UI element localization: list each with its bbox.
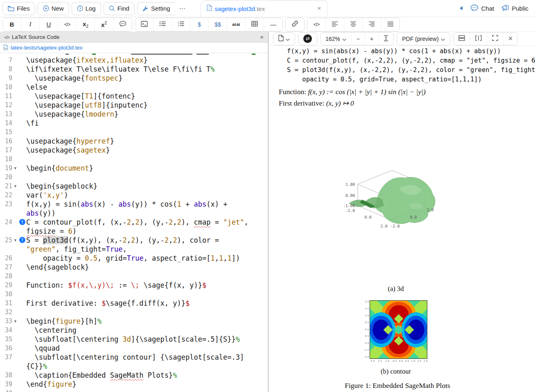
subscript-button[interactable]: x2 <box>77 18 95 31</box>
zoom-in-button[interactable]: + <box>365 33 379 45</box>
code-line[interactable]: 34 \centering <box>0 326 268 335</box>
split-cols-button[interactable] <box>470 33 487 45</box>
table-button[interactable] <box>246 18 264 31</box>
code-text[interactable]: \usepackage[T1]{fontenc} <box>26 92 254 101</box>
code-text[interactable]: \qquad <box>26 344 254 353</box>
code-line[interactable]: 30 <box>0 290 268 299</box>
code-line[interactable]: 40 <box>0 389 268 392</box>
code-text[interactable]: \if\ifxetex T\else\ifluatex T\else F\fi\… <box>26 65 254 74</box>
sync-button[interactable]: ⇄ <box>298 33 317 45</box>
code-line[interactable]: 33▼\begin{figure}[h]% <box>0 317 268 326</box>
code-line[interactable]: 26 opacity = 0.5, grid=True, aspect_rati… <box>0 254 268 263</box>
code-text[interactable] <box>26 272 254 281</box>
code-text[interactable]: \usepackage{sagetex} <box>26 146 254 155</box>
page-menu-button[interactable] <box>273 33 295 45</box>
code-text[interactable]: \usepackage{hyperref} <box>26 137 254 146</box>
close-icon[interactable]: × <box>260 34 264 41</box>
warning-badge-icon[interactable]: ! <box>19 219 25 225</box>
code-text[interactable]: \usepackage[utf8]{inputenc} <box>26 101 254 110</box>
code-line[interactable]: 17\usepackage{sagetex} <box>0 146 268 155</box>
code-line[interactable]: 19▼\begin{document} <box>0 164 268 173</box>
align-right-button[interactable] <box>363 18 381 31</box>
code-text[interactable]: \begin{sageblock} <box>26 182 254 191</box>
code-text[interactable]: var('x,y') <box>26 191 254 200</box>
inline-math-button[interactable]: $ <box>190 18 209 31</box>
code-block-button[interactable]: </> <box>307 18 326 31</box>
fold-arrow-icon[interactable]: ▼ <box>12 182 18 191</box>
code-line[interactable]: 15 <box>0 128 268 137</box>
code-line[interactable]: 10\else <box>0 83 268 92</box>
code-text[interactable]: \subfloat[\centering 3d]{\sageplot[scale… <box>26 335 254 344</box>
code-text[interactable] <box>26 389 254 392</box>
public-button[interactable]: Public <box>501 5 528 12</box>
italic-button[interactable]: I <box>21 18 40 31</box>
find-button[interactable]: Find <box>104 2 135 15</box>
horizontal-rule-button[interactable]: — <box>264 18 282 31</box>
underline-button[interactable]: U <box>40 18 58 31</box>
fold-arrow-icon[interactable]: ▼ <box>12 317 18 326</box>
split-rows-button[interactable] <box>454 33 470 45</box>
code-line[interactable]: 23f(x,y) = sin(abs(x) - abs(y)) * cos(1 … <box>0 200 268 218</box>
comment-button[interactable] <box>113 18 132 31</box>
warning-badge-icon[interactable]: ! <box>19 237 25 243</box>
tab-sagetex-plot3d[interactable]: sagetex-plot3d.tex × <box>201 0 327 17</box>
file-path-bar[interactable]: tex latex-tests/sagetex-plot3d.tex <box>0 43 268 53</box>
code-line[interactable]: 38 \caption{Embedded SageMath Plots}% <box>0 371 268 380</box>
code-text[interactable]: \usepackage{fontspec} <box>26 74 254 83</box>
code-text[interactable]: \subfloat[\centering contour] {\sageplot… <box>26 353 254 371</box>
code-text[interactable] <box>26 308 254 317</box>
code-text[interactable] <box>26 128 254 137</box>
more-button[interactable]: ⋯ <box>176 2 189 15</box>
code-text[interactable]: \caption{Embedded SageMath Plots}% <box>26 371 254 380</box>
code-line[interactable]: 20 <box>0 173 268 182</box>
code-line[interactable]: 8\if\ifxetex T\else\ifluatex T\else F\fi… <box>0 65 268 74</box>
code-text[interactable]: \end{sageblock} <box>26 263 254 272</box>
code-line[interactable]: 24!C = contour_plot(f, (x,-2,2), (y,-2,2… <box>0 218 268 236</box>
bold-button[interactable]: B <box>3 18 21 31</box>
code-button[interactable]: </> <box>58 18 77 31</box>
settings-button[interactable]: Setting <box>137 2 175 15</box>
code-text[interactable]: \end{figure} <box>26 380 254 389</box>
code-line[interactable]: 18 <box>0 155 268 164</box>
log-button[interactable]: Log <box>72 2 101 15</box>
code-text[interactable]: \begin{figure}[h]% <box>26 317 254 326</box>
code-text[interactable]: f(x,y) = sin(abs(x) - abs(y)) * cos(1 + … <box>26 200 254 218</box>
tab-close-icon[interactable]: × <box>317 5 321 13</box>
caret-left-icon[interactable] <box>459 5 463 12</box>
close-panel-button[interactable]: × <box>503 33 518 45</box>
chat-button[interactable]: Chat <box>470 5 494 13</box>
code-text[interactable]: S = plot3d(f(x,y), (x,-2,2), (y,-2,2), c… <box>26 236 254 254</box>
code-line[interactable]: 11 \usepackage[T1]{fontenc} <box>0 92 268 101</box>
code-text[interactable]: C = contour_plot(f, (x,-2,2), (y,-2,2), … <box>26 218 254 236</box>
code-line[interactable]: 9 \usepackage{fontspec} <box>0 74 268 83</box>
terminal-button[interactable] <box>135 18 154 31</box>
display-math-button[interactable]: $$ <box>209 18 227 31</box>
code-line[interactable]: 31First derivative: $\sage{f.diff(x, y)}… <box>0 299 268 308</box>
code-line[interactable]: 25▼!S = plot3d(f(x,y), (x,-2,2), (y,-2,2… <box>0 236 268 254</box>
code-line[interactable]: 13 \usepackage{lmodern} <box>0 110 268 119</box>
files-button[interactable]: Files <box>2 2 35 15</box>
code-line[interactable]: 35 \subfloat[\centering 3d]{\sageplot[sc… <box>0 335 268 344</box>
code-line[interactable]: 14\fi <box>0 119 268 128</box>
code-line[interactable]: 32 <box>0 308 268 317</box>
align-center-button[interactable] <box>344 18 363 31</box>
code-line[interactable]: 37 \subfloat[\centering contour] {\sagep… <box>0 353 268 371</box>
fullscreen-button[interactable] <box>487 33 503 45</box>
code-line[interactable]: 36 \qquad <box>0 344 268 353</box>
code-text[interactable]: \else <box>26 83 254 92</box>
code-line[interactable]: 7\usepackage{ifxetex,ifluatex} <box>0 56 268 65</box>
code-text[interactable]: \centering <box>26 326 254 335</box>
code-line[interactable]: 16\usepackage{hyperref} <box>0 137 268 146</box>
code-text[interactable] <box>26 290 254 299</box>
code-text[interactable] <box>26 155 254 164</box>
fold-arrow-icon[interactable]: ▼ <box>12 236 18 245</box>
code-text[interactable]: First derivative: $\sage{f.diff(x, y)}$ <box>26 299 254 308</box>
link-button[interactable] <box>286 18 304 31</box>
code-line[interactable]: 39\end{figure} <box>0 380 268 389</box>
align-left-button[interactable] <box>326 18 344 31</box>
code-text[interactable]: \begin{document} <box>26 164 254 173</box>
justify-button[interactable] <box>381 18 400 31</box>
code-line[interactable]: 21▼\begin{sageblock} <box>0 182 268 191</box>
code-text[interactable]: opacity = 0.5, grid=True, aspect_ratio=[… <box>26 254 254 263</box>
numbered-list-button[interactable]: 123 <box>172 18 190 31</box>
